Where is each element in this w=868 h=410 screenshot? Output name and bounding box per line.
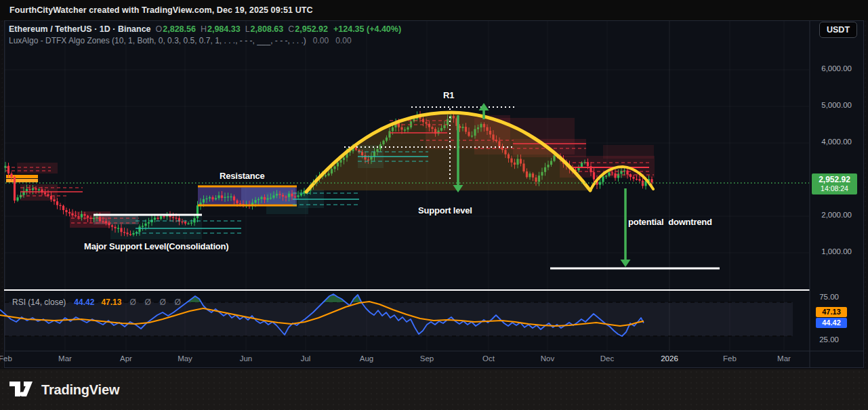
indicator-value-2: 0.00 (335, 36, 351, 45)
annotation-r1[interactable]: R1 (443, 90, 454, 100)
time-axis-label: 2026 (650, 354, 688, 363)
price-axis-label: 1,000.00 (798, 247, 852, 255)
ohlc-value: 2,808.63 (251, 24, 284, 34)
legend-ohlc: O2,828.56H2,984.33L2,808.63C2,952.92 (151, 24, 328, 34)
rsi-empty-placeholders: Ø Ø Ø Ø (129, 298, 182, 307)
time-axis-label: Nov (529, 354, 566, 363)
annotation-support-level[interactable]: Support level (418, 205, 472, 216)
ohlc-label: O (156, 24, 163, 34)
time-axis-label: Aug (348, 354, 386, 363)
annotation-major-support[interactable]: Major Support Level(Consolidation) (84, 241, 228, 251)
ohlc-value: 2,984.33 (207, 24, 241, 34)
time-axis-label: Apr (107, 354, 145, 363)
legend-indicator-row[interactable]: LuxAlgo - DTFX Algo Zones (10, 1, Both, … (9, 36, 352, 45)
price-axis-label: 6,000.00 (798, 64, 852, 73)
price-axis-label: 4,000.00 (798, 138, 852, 146)
ohlc-value: 2,952.92 (295, 24, 328, 34)
tradingview-logo-icon[interactable] (9, 381, 36, 398)
time-axis-label: Jun (227, 354, 265, 363)
time-axis-label: Dec (588, 354, 626, 363)
indicator-value-1: 0.00 (313, 36, 329, 45)
annotation-potential-downtrend[interactable]: potential downtrend (628, 217, 712, 227)
time-axis-label: Sep (408, 354, 446, 363)
rsi-axis-label: 25.00 (798, 335, 839, 344)
bar-countdown: 14:08:24 (812, 184, 857, 193)
rsi-axis-label: 75.00 (798, 293, 839, 301)
time-axis-label: Mar (46, 354, 84, 363)
ohlc-value: 2,828.56 (163, 24, 196, 34)
rsi-value-chip: 47.13 (816, 307, 847, 317)
time-axis-label: May (166, 354, 204, 363)
time-axis[interactable]: FebMarAprMayJunJulAugSepOctNovDec2026Feb… (4, 351, 863, 368)
symbol-title: Ethereum / TetherUS · 1D · Binance (9, 24, 151, 34)
last-price-value: 2,952.92 (812, 175, 857, 184)
time-axis-label: Oct (470, 354, 508, 363)
rsi-value-chip: 44.42 (816, 318, 847, 328)
rsi-indicator-name: RSI (14, close) (12, 298, 66, 307)
time-axis-label: Jul (287, 354, 325, 363)
time-axis-label: Mar (765, 354, 803, 363)
rsi-ma-value: 47.13 (101, 298, 121, 307)
rsi-value: 44.42 (74, 298, 94, 307)
ohlc-label: H (201, 24, 207, 34)
annotation-resistance[interactable]: Resistance (220, 171, 265, 181)
ohlc-label: C (288, 24, 294, 34)
price-change: +124.35 (+4.40%) (333, 24, 401, 34)
last-price-label: 2,952.92 14:08:24 (812, 173, 857, 194)
rsi-legend-row[interactable]: RSI (14, close) 44.42 47.13 Ø Ø Ø Ø (12, 298, 182, 307)
price-axis-label: 5,000.00 (798, 101, 852, 109)
price-axis-label: 2,000.00 (798, 211, 852, 219)
indicator-title: LuxAlgo - DTFX Algo Zones (10, 1, Both, … (9, 36, 306, 45)
legend-symbol-row[interactable]: Ethereum / TetherUS · 1D · Binance O2,82… (9, 24, 401, 34)
tradingview-brand-text[interactable]: TradingView (41, 382, 119, 398)
footer-bar: TradingView (0, 369, 868, 410)
time-axis-label: Feb (0, 354, 24, 363)
attribution-bar: FourthCityWatcher created with TradingVi… (0, 0, 868, 20)
ohlc-label: L (245, 24, 250, 34)
time-axis-label: Feb (711, 354, 749, 363)
